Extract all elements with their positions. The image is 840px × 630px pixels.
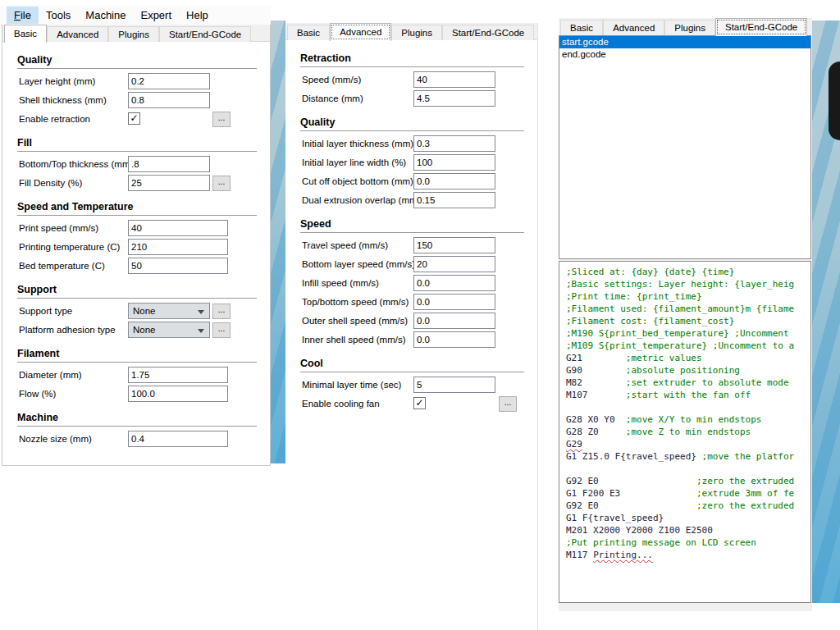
basic-settings-content: QualityLayer height (mm)Shell thickness … (2, 42, 270, 450)
setting-label-shell-thickness-mm: Shell thickness (mm) (19, 95, 107, 105)
gcode-line: G90 ;absolute positioning (566, 364, 810, 377)
gcode-line (566, 401, 810, 413)
setting-input-print-speed-mm-s[interactable] (128, 220, 228, 236)
setting-input-distance-mm[interactable] (413, 90, 495, 107)
more-options-button[interactable]: ... (212, 176, 231, 191)
menu-item-expert[interactable]: Expert (133, 7, 179, 24)
gcode-line: ;Sliced at: {day} {date} {time} (566, 266, 810, 278)
setting-input-fill-density[interactable] (128, 175, 210, 191)
setting-input-dual-extrusion-overlap-mm[interactable] (413, 192, 495, 208)
gcode-line: G92 E0 ;zero the extruded (566, 475, 810, 487)
setting-input-travel-speed-mm-s[interactable] (413, 237, 495, 253)
setting-input-outer-shell-speed-mm-s[interactable] (413, 313, 495, 329)
gcode-editor[interactable]: ;Sliced at: {day} {date} {time};Basic se… (559, 261, 811, 603)
setting-label-cut-off-object-bottom-mm: Cut off object bottom (mm) (302, 176, 413, 186)
setting-input-initial-layer-thickness-mm[interactable] (413, 135, 495, 152)
section-header-machine: Machine (17, 412, 257, 427)
gcode-segment: ;Put printing message on LCD screen (566, 537, 756, 548)
tab-basic[interactable]: Basic (4, 25, 47, 43)
menu-item-file[interactable]: File (7, 7, 39, 24)
setting-label-support-type: Support type (19, 306, 72, 316)
setting-input-minimal-layer-time-sec[interactable] (413, 377, 495, 393)
section-header-quality: Quality (17, 54, 257, 69)
more-options-button[interactable]: ... (499, 396, 517, 412)
setting-select-support-type[interactable]: None (128, 303, 210, 319)
tab-start-end-gcode[interactable]: Start/End-GCode (442, 25, 534, 40)
background-object (829, 62, 840, 140)
setting-input-flow[interactable] (128, 386, 228, 402)
advanced-settings-content: RetractionSpeed (mm/s)Distance (mm)Quali… (285, 40, 537, 414)
setting-input-bottom-top-thickness-mm[interactable] (128, 156, 210, 172)
basic-window-tabs: BasicAdvancedPluginsStart/End-GCode (2, 25, 270, 42)
more-options-button[interactable]: ... (212, 112, 231, 127)
setting-input-initial-layer-line-width[interactable] (413, 154, 495, 171)
setting-input-cut-off-object-bottom-mm[interactable] (413, 173, 495, 189)
menu-item-tools[interactable]: Tools (39, 7, 78, 24)
tab-start-end-gcode[interactable]: Start/End-GCode (715, 18, 807, 36)
gcode-segment: G90 (566, 365, 626, 376)
setting-input-top-bottom-speed-mm-s[interactable] (413, 294, 495, 310)
setting-row-speed-mm-s: Speed (mm/s) (300, 71, 529, 90)
gcode-line: G21 ;metric values (566, 352, 810, 364)
more-options-button[interactable]: ... (212, 322, 231, 338)
setting-input-infill-speed-mm-s[interactable] (413, 275, 495, 291)
gcode-line (566, 463, 810, 475)
setting-input-nozzle-size-mm[interactable] (128, 431, 228, 447)
viewport-background-right (812, 21, 840, 603)
setting-row-printing-temperature-c: Printing temperature (C) (17, 239, 262, 258)
setting-row-bottom-layer-speed-mm-s: Bottom layer speed (mm/s) (300, 256, 529, 275)
gcode-segment: G21 (566, 353, 626, 363)
tab-plugins[interactable]: Plugins (664, 20, 715, 35)
tab-basic[interactable]: Basic (560, 20, 603, 35)
setting-input-bed-temperature-c[interactable] (128, 258, 228, 274)
gcode-segment: G92 E0 (566, 500, 696, 511)
setting-row-support-type: Support typeNone... (17, 303, 262, 322)
gcode-segment: G28 X0 Y0 (566, 414, 626, 425)
menu-item-help[interactable]: Help (179, 7, 216, 24)
setting-input-inner-shell-speed-mm-s[interactable] (413, 331, 495, 348)
tab-plugins[interactable]: Plugins (108, 26, 159, 42)
advanced-window-tabs: BasicAdvancedPluginsStart/End-GCode (285, 23, 537, 40)
setting-row-enable-cooling-fan: Enable cooling fan✓... (300, 395, 529, 414)
list-item-end-gcode[interactable]: end.gcode (559, 48, 810, 61)
setting-label-initial-layer-thickness-mm: Initial layer thickness (mm) (302, 139, 413, 148)
setting-label-dual-extrusion-overlap-mm: Dual extrusion overlap (mm) (302, 195, 420, 205)
gcode-segment: ;move Z to min endstops (626, 427, 751, 437)
list-item-start-gcode[interactable]: start.gcode (559, 36, 810, 48)
setting-checkbox-enable-retraction[interactable]: ✓ (128, 112, 140, 125)
gcode-segment: ;Filament used: {filament_amount}m {fila… (566, 304, 794, 314)
gcode-segment: ;move the platfor (702, 451, 795, 462)
setting-label-inner-shell-speed-mm-s: Inner shell speed (mm/s) (302, 335, 406, 345)
tab-advanced[interactable]: Advanced (330, 23, 391, 41)
gcode-segment: G1 F{travel_speed} (566, 513, 664, 523)
gcode-window-tabs: BasicAdvancedPluginsStart/End-GCode (559, 18, 812, 35)
setting-label-flow: Flow (%) (19, 389, 56, 399)
setting-checkbox-enable-cooling-fan[interactable]: ✓ (413, 397, 426, 409)
gcode-segment: ;set extruder to absolute mode (626, 377, 789, 388)
setting-label-bottom-layer-speed-mm-s: Bottom layer speed (mm/s) (302, 259, 415, 269)
gcode-line: ;Filament used: {filament_amount}m {fila… (566, 303, 810, 315)
gcode-line: G28 Z0 ;move Z to min endstops (566, 426, 810, 438)
setting-input-bottom-layer-speed-mm-s[interactable] (413, 256, 495, 272)
more-options-button[interactable]: ... (212, 304, 231, 319)
gcode-segment: ;Filament cost: {filament_cost} (566, 316, 734, 326)
setting-input-printing-temperature-c[interactable] (128, 239, 228, 255)
setting-label-infill-speed-mm-s: Infill speed (mm/s) (302, 278, 379, 288)
setting-input-speed-mm-s[interactable] (413, 71, 495, 88)
setting-row-bed-temperature-c: Bed temperature (C) (17, 258, 262, 276)
setting-input-diameter-mm[interactable] (128, 367, 228, 383)
setting-select-platform-adhesion-type[interactable]: None (128, 322, 210, 338)
tab-plugins[interactable]: Plugins (391, 25, 442, 40)
tab-advanced[interactable]: Advanced (47, 26, 108, 42)
setting-row-bottom-top-thickness-mm: Bottom/Top thickness (mm) (17, 156, 262, 175)
setting-label-top-bottom-speed-mm-s: Top/bottom speed (mm/s) (302, 297, 409, 307)
tab-advanced[interactable]: Advanced (603, 20, 664, 35)
tab-basic[interactable]: Basic (287, 25, 330, 40)
chevron-down-icon (198, 329, 204, 333)
menu-item-machine[interactable]: Machine (78, 7, 133, 24)
setting-input-layer-height-mm[interactable] (128, 73, 210, 89)
gcode-file-list[interactable]: start.gcodeend.gcode (559, 35, 811, 259)
tab-start-end-gcode[interactable]: Start/End-GCode (159, 26, 251, 42)
setting-label-bottom-top-thickness-mm: Bottom/Top thickness (mm) (19, 159, 133, 169)
setting-input-shell-thickness-mm[interactable] (128, 92, 210, 108)
